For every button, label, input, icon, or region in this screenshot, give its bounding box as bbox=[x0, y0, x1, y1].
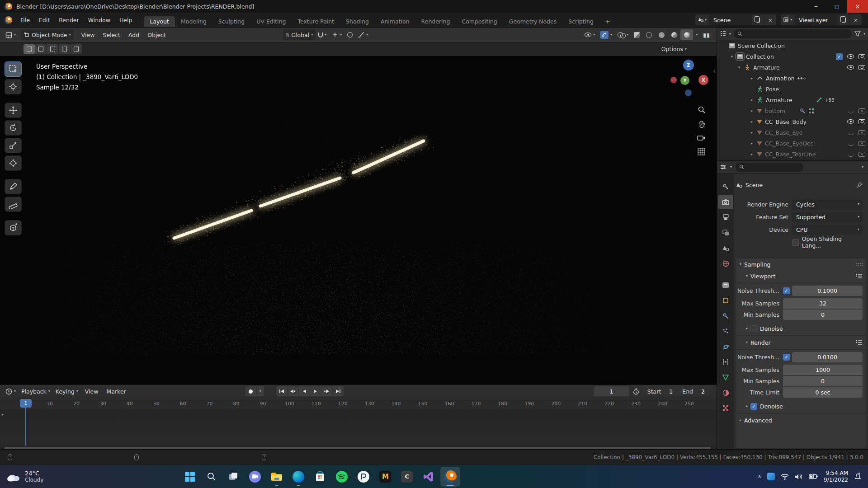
app-circle-button[interactable] bbox=[354, 467, 373, 487]
tab-physics[interactable] bbox=[718, 340, 733, 353]
gizmo-z-axis[interactable]: Z bbox=[683, 60, 694, 70]
advanced-section-header[interactable]: ▸ Advanced bbox=[736, 414, 866, 426]
render-subsection-header[interactable]: ▾ Render bbox=[736, 337, 866, 348]
proportional-editing-toggle[interactable] bbox=[344, 29, 355, 40]
menu-help[interactable]: Help bbox=[115, 17, 137, 23]
collection-checkbox[interactable]: ✓ bbox=[836, 53, 843, 60]
keying-menu[interactable]: Keying▾ bbox=[53, 386, 81, 397]
orientation-dropdown[interactable]: ⇅ Global ▾ bbox=[283, 29, 316, 40]
vp-noise-checkbox[interactable]: ✓ bbox=[783, 287, 790, 294]
outliner-row-cc-base-tearline[interactable]: ▸ CC_Base_TearLine bbox=[717, 149, 868, 160]
expander-icon[interactable]: ▸ bbox=[750, 141, 754, 145]
tab-scripting[interactable]: Scripting bbox=[562, 16, 599, 27]
eye-closed-icon[interactable] bbox=[848, 110, 854, 113]
tab-geometry-nodes[interactable]: Geometry Nodes bbox=[503, 16, 562, 27]
expander-icon[interactable]: ▾ bbox=[730, 54, 734, 59]
r-noise-checkbox[interactable]: ✓ bbox=[783, 354, 790, 361]
tray-app-icon[interactable] bbox=[767, 473, 775, 480]
pin-icon[interactable] bbox=[857, 182, 863, 188]
eye-icon[interactable] bbox=[847, 54, 854, 59]
timeline-editor-type-button[interactable]: ▾ bbox=[3, 386, 19, 397]
spotify-button[interactable] bbox=[332, 467, 352, 487]
tab-texture-paint[interactable]: Texture Paint bbox=[292, 16, 340, 27]
jump-to-end-button[interactable] bbox=[333, 386, 344, 396]
camera-view-icon[interactable] bbox=[697, 135, 706, 141]
r-noise-value[interactable]: 0.0100 bbox=[792, 352, 863, 362]
eye-icon[interactable] bbox=[847, 119, 854, 124]
gizmo-z-neg-axis[interactable] bbox=[685, 89, 692, 96]
preset-icon[interactable] bbox=[855, 340, 863, 345]
gizmo-y-axis[interactable]: Y bbox=[680, 76, 689, 85]
tab-rendering[interactable]: Rendering bbox=[415, 16, 456, 27]
feature-set-dropdown[interactable]: Supported▾ bbox=[792, 212, 863, 222]
expander-icon[interactable]: ▸ bbox=[750, 119, 754, 124]
current-frame-field[interactable]: 1 bbox=[594, 386, 629, 396]
expander-icon[interactable]: ▸ bbox=[750, 130, 754, 135]
render-preview[interactable] bbox=[0, 42, 717, 385]
menu-window[interactable]: Window bbox=[84, 17, 115, 23]
pause-icon[interactable]: ▮▮ bbox=[703, 32, 710, 38]
tab-tool[interactable] bbox=[718, 180, 733, 193]
play-button[interactable] bbox=[310, 386, 321, 396]
menu-object[interactable]: Object bbox=[143, 32, 170, 38]
expander-icon[interactable]: ▸ bbox=[750, 108, 754, 113]
scene-unlink-button[interactable]: × bbox=[764, 14, 776, 25]
tool-options-dropdown[interactable]: Options ▾ bbox=[659, 44, 689, 55]
r-denoise-row[interactable]: ▸ ✓ Denoise bbox=[736, 400, 866, 412]
outliner-row-armature-object[interactable]: ▾ Armature bbox=[717, 62, 868, 73]
viewlayer-copy-button[interactable] bbox=[838, 14, 849, 25]
select-mode-set-button[interactable] bbox=[24, 44, 35, 54]
minimize-button[interactable]: ─ bbox=[806, 0, 826, 13]
render-engine-dropdown[interactable]: Cycles▾ bbox=[792, 199, 863, 210]
tab-shading[interactable]: Shading bbox=[340, 16, 375, 27]
snap-toggle[interactable]: ▾ bbox=[316, 29, 329, 40]
play-reverse-button[interactable] bbox=[299, 386, 310, 396]
outliner-row-animation[interactable]: ▸ Animation ◆◆◇ bbox=[717, 73, 868, 84]
filter-icon[interactable] bbox=[854, 31, 861, 37]
stopwatch-icon[interactable] bbox=[633, 388, 639, 395]
vp-denoise-checkbox[interactable] bbox=[750, 325, 757, 332]
tab-modeling[interactable]: Modeling bbox=[175, 16, 212, 27]
tab-output[interactable] bbox=[718, 211, 733, 224]
playhead[interactable]: 1 bbox=[20, 399, 32, 408]
outliner-editor-icon[interactable] bbox=[720, 31, 726, 37]
shading-material-button[interactable] bbox=[668, 29, 680, 40]
menu-add[interactable]: Add bbox=[124, 32, 143, 38]
grid-toggle-icon[interactable] bbox=[698, 148, 705, 155]
gizmo-x-neg-axis[interactable] bbox=[670, 77, 677, 83]
scene-name-field[interactable]: Scene bbox=[709, 14, 752, 25]
outliner-row-cc-base-eyeoccl[interactable]: ▸ CC_Base_EyeOccl bbox=[717, 138, 868, 149]
volume-icon[interactable] bbox=[795, 474, 803, 480]
tab-scene[interactable] bbox=[718, 241, 733, 255]
camera-render-icon[interactable] bbox=[859, 54, 865, 59]
r-max-samples-value[interactable]: 1000 bbox=[783, 365, 863, 375]
tab-object[interactable] bbox=[718, 294, 733, 307]
close-button[interactable]: × bbox=[847, 0, 868, 13]
select-mode-extend-button[interactable] bbox=[35, 44, 47, 54]
maximize-button[interactable]: □ bbox=[826, 0, 847, 13]
shading-wireframe-button[interactable] bbox=[642, 29, 655, 40]
tool-cursor[interactable] bbox=[5, 79, 22, 94]
weather-widget[interactable]: 24°C Cloudy bbox=[6, 470, 43, 483]
shading-solid-button[interactable] bbox=[655, 29, 668, 40]
frame-start-field[interactable]: Start1 bbox=[643, 386, 678, 396]
tab-layout[interactable]: Layout bbox=[144, 16, 175, 27]
camera-disabled-icon[interactable] bbox=[859, 130, 865, 135]
snap-target-dropdown[interactable]: ▾ bbox=[329, 29, 344, 40]
outliner-row-cc-base-body[interactable]: ▸ CC_Base_Body bbox=[717, 116, 868, 127]
gizmo-x-axis[interactable]: X bbox=[698, 75, 708, 85]
next-keyframe-button[interactable] bbox=[321, 386, 332, 396]
overlays-dropdown[interactable]: ▾ bbox=[615, 29, 631, 40]
viewlayer-browse-button[interactable]: ▾ bbox=[781, 14, 794, 25]
tab-render[interactable] bbox=[718, 195, 733, 209]
tab-world[interactable] bbox=[718, 257, 733, 270]
tab-object-data[interactable] bbox=[718, 371, 733, 384]
tab-view-layer[interactable] bbox=[718, 226, 733, 239]
blender-taskbar-button[interactable] bbox=[440, 467, 460, 487]
outliner-row-scene-collection[interactable]: Scene Collection bbox=[717, 40, 868, 51]
pan-hand-icon[interactable] bbox=[698, 120, 706, 128]
object-visibility-dropdown[interactable]: ▾ bbox=[582, 29, 598, 40]
r-min-samples-value[interactable]: 0 bbox=[783, 376, 863, 386]
timeline-tracks[interactable] bbox=[0, 410, 717, 446]
outliner-row-armature-data[interactable]: ▸ Armature +99 bbox=[717, 94, 868, 105]
